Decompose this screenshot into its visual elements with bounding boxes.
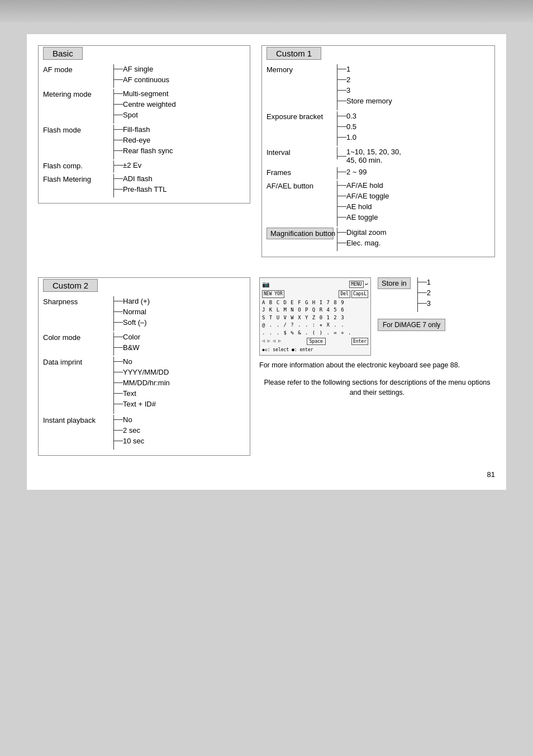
- interval-row: Interval 1~10, 15, 20, 30,45, 60 min.: [266, 147, 490, 166]
- fill-flash-row: Fill-flash: [114, 125, 173, 134]
- flash-metering-branch: ADI flash Pre-flash TTL: [113, 174, 167, 197]
- kbd-bottom-row: ◁ ▷ ◁ ▷ Space Enter: [262, 338, 368, 345]
- spot-text: Spot: [123, 110, 138, 120]
- hard-tick: [114, 301, 123, 301]
- ae-hold-row: AE hold: [337, 202, 389, 211]
- normal-text: Normal: [123, 307, 146, 316]
- frames-val-row: 2 ~ 99: [337, 167, 367, 177]
- elec-mag-row: Elec. mag.: [337, 238, 387, 248]
- mem-3-row: 3: [337, 86, 392, 95]
- mem-2-text: 2: [346, 75, 350, 84]
- eb-03-text: 0.3: [346, 111, 356, 121]
- kbd-top-row: 📷 MENU ↩: [262, 280, 368, 289]
- af-single-tick: [114, 69, 123, 69]
- custom1-section: Custom 1 Memory 1: [261, 45, 495, 257]
- interval-label: Interval: [266, 147, 334, 158]
- pm2ev-text: ±2 Ev: [123, 160, 141, 170]
- si-1-row: 1: [418, 277, 431, 287]
- color-mode-label: Color mode: [43, 332, 110, 343]
- no-tick: [114, 361, 123, 362]
- memory-tick-group: 1 2 3 Store: [337, 64, 392, 107]
- interval-val-row: 1~10, 15, 20, 30,45, 60 min.: [337, 147, 401, 165]
- af-tick-group: AF single AF continuous: [114, 64, 169, 86]
- metering-label: Metering mode: [43, 89, 110, 100]
- ip-no-row: No: [114, 415, 144, 424]
- mem-3-text: 3: [346, 86, 350, 95]
- keyboard-box: 📷 MENU ↩ NEW YOR Del CapsL A B C D E: [259, 277, 371, 356]
- kbd-row5: . . . $ % & . ( ) . = ÷ .: [262, 329, 368, 337]
- adi-tick: [114, 178, 123, 179]
- data-imprint-branch: No YYYY/MM/DD MM/DD/hr:min: [113, 357, 170, 414]
- exp-bracket-row: Exposure bracket 0.3 0.5: [266, 111, 490, 146]
- afae-hold-row: AF/AE hold: [337, 181, 389, 190]
- mdhm-text: MM/DD/hr:min: [123, 378, 170, 388]
- color-text: Color: [123, 332, 140, 342]
- si-3-tick: [418, 303, 427, 304]
- custom2-title: Custom 2: [43, 279, 98, 292]
- ae-toggle-text: AE toggle: [346, 212, 378, 222]
- ymd-row: YYYY/MM/DD: [114, 367, 170, 377]
- rear-flash-tick: [114, 150, 123, 151]
- bw-row: B&W: [114, 343, 140, 352]
- instant-playback-label: Instant playback: [43, 415, 110, 426]
- bottom-right: 📷 MENU ↩ NEW YOR Del CapsL A B C D E: [259, 277, 495, 398]
- memory-branch: 1 2 3 Store: [337, 64, 392, 110]
- flash-comp-row: Flash comp. ±2 Ev: [43, 160, 245, 173]
- flash-metering-tick-group: ADI flash Pre-flash TTL: [114, 174, 167, 195]
- afae-toggle-row: AF/AE toggle: [337, 191, 389, 201]
- bw-tick: [114, 347, 123, 348]
- color-mode-row: Color mode Color B&W: [43, 332, 245, 356]
- digital-zoom-tick: [337, 232, 346, 233]
- eb-05-row: 0.5: [337, 122, 356, 131]
- sharpness-label: Sharpness: [43, 296, 110, 307]
- storein-dimage-col: Store in 1: [378, 277, 445, 331]
- bottom-text: Please refer to the following sections f…: [259, 377, 495, 399]
- centre-w-tick: [114, 104, 123, 105]
- kbd-arrow: ↩: [365, 281, 368, 288]
- flash-comp-branch: ±2 Ev: [113, 160, 141, 173]
- instant-playback-tick-group: No 2 sec 10 sec: [114, 415, 144, 447]
- kbd-row4: @ . . / ? . . : + X . .: [262, 322, 368, 329]
- kbd-enter: Enter: [351, 338, 368, 345]
- exp-bracket-branch: 0.3 0.5 1.0: [337, 111, 356, 146]
- bottom-layout: Custom 2 Sharpness Hard (+): [38, 277, 495, 465]
- ymd-text: YYYY/MM/DD: [123, 367, 169, 377]
- kbd-nav-arrows: ◁ ▷ ◁ ▷: [262, 338, 281, 345]
- ip-2sec-row: 2 sec: [114, 426, 144, 435]
- elec-mag-tick: [337, 243, 346, 243]
- af-mode-branch: AF single AF continuous: [113, 64, 169, 88]
- top-bar: [0, 0, 533, 22]
- kbd-menu-label: MENU: [349, 281, 363, 288]
- eb-05-text: 0.5: [346, 122, 356, 131]
- afael-branch: AF/AE hold AF/AE toggle AE hold: [337, 181, 389, 226]
- ip-10sec-row: 10 sec: [114, 436, 144, 446]
- kbd-menu-area: MENU ↩: [349, 281, 368, 288]
- af-continuous-text: AF continuous: [123, 75, 169, 84]
- basic-section: Basic AF mode AF single: [38, 45, 250, 204]
- fill-flash-tick: [114, 129, 123, 130]
- ip-no-tick: [114, 419, 123, 420]
- ip-no-text: No: [123, 415, 132, 424]
- multi-seg-row: Multi-segment: [114, 89, 176, 98]
- normal-row: Normal: [114, 307, 150, 316]
- centre-w-row: Centre weighted: [114, 100, 176, 109]
- basic-title: Basic: [43, 47, 83, 60]
- normal-tick: [114, 311, 123, 312]
- si-1-tick: [418, 282, 427, 282]
- kbd-row2: J K L M N O P Q R 4 5 6: [262, 306, 368, 314]
- page-number: 81: [38, 470, 495, 479]
- kbd-space: Space: [307, 338, 326, 345]
- for-dimage-box: For DiMAGE 7 only: [378, 319, 445, 331]
- rear-flash-text: Rear flash sync: [123, 146, 173, 155]
- mdhm-row: MM/DD/hr:min: [114, 378, 170, 388]
- mem-1-text: 1: [346, 64, 350, 74]
- spot-tick: [114, 115, 123, 115]
- red-eye-tick: [114, 140, 123, 140]
- mag-button-tick-group: Digital zoom Elec. mag.: [337, 228, 387, 249]
- main-layout: Basic AF mode AF single: [38, 45, 495, 266]
- eb-10-row: 1.0: [337, 133, 356, 142]
- mdhm-tick: [114, 382, 123, 383]
- storein-branch: 1 2 3: [417, 277, 431, 312]
- multi-seg-text: Multi-segment: [123, 89, 169, 98]
- flash-mode-label: Flash mode: [43, 125, 110, 135]
